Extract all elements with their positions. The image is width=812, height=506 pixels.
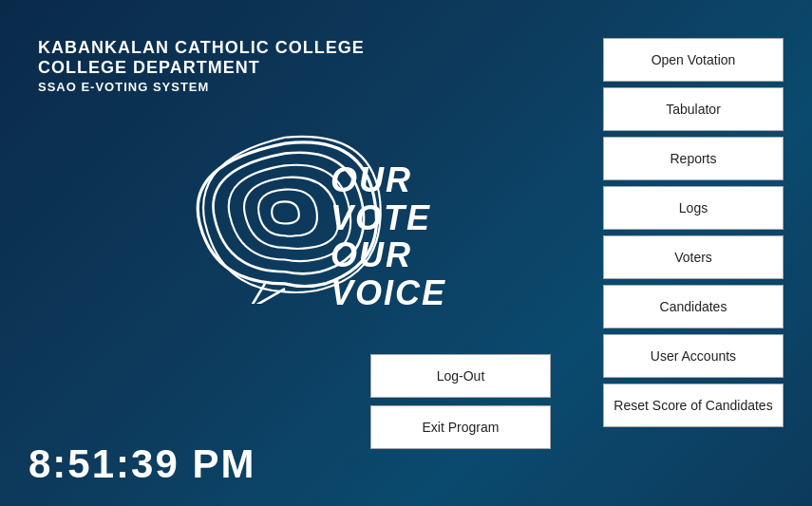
- vote-line4: VOICE: [330, 274, 446, 312]
- tabulator-button[interactable]: Tabulator: [603, 87, 784, 131]
- voters-button[interactable]: Voters: [603, 235, 784, 279]
- vote-text: OUR VOTE OUR VOICE: [330, 161, 446, 311]
- spiral-container: OUR VOTE OUR VOICE: [180, 123, 427, 332]
- clock: 8:51:39 PM: [28, 441, 255, 487]
- action-buttons: Log-Out Exit Program: [370, 354, 551, 449]
- candidates-button[interactable]: Candidates: [603, 285, 784, 328]
- reset-score-button[interactable]: Reset Score of Candidates: [603, 384, 784, 427]
- vote-line2: VOTE: [330, 199, 446, 237]
- header-line3: SSAO E-VOTING SYSTEM: [38, 80, 365, 94]
- header-line1: KABANKALAN CATHOLIC COLLEGE: [38, 38, 365, 58]
- exit-button[interactable]: Exit Program: [370, 405, 551, 449]
- vote-line1: OUR: [330, 161, 446, 199]
- open-votation-button[interactable]: Open Votation: [603, 38, 784, 82]
- header-line2: COLLEGE DEPARTMENT: [38, 58, 365, 78]
- reports-button[interactable]: Reports: [603, 137, 784, 180]
- logout-button[interactable]: Log-Out: [370, 354, 551, 398]
- nav-buttons: Open Votation Tabulator Reports Logs Vot…: [603, 38, 784, 427]
- header: KABANKALAN CATHOLIC COLLEGE COLLEGE DEPA…: [38, 38, 365, 94]
- logs-button[interactable]: Logs: [603, 186, 784, 230]
- logo-area: OUR VOTE OUR VOICE: [152, 95, 456, 361]
- vote-line3: OUR: [330, 236, 446, 274]
- user-accounts-button[interactable]: User Accounts: [603, 334, 784, 378]
